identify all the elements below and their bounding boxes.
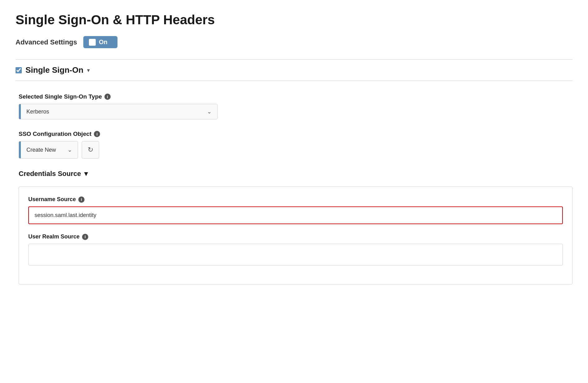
sso-config-refresh-button[interactable]: ↻	[82, 141, 99, 159]
username-source-input[interactable]	[28, 206, 563, 224]
sso-type-info-icon[interactable]: i	[104, 94, 111, 100]
sso-type-chevron-icon: ⌄	[201, 104, 217, 119]
sso-type-select-wrapper: Kerberos ⌄	[19, 104, 218, 119]
user-realm-source-input[interactable]	[28, 244, 563, 265]
sso-config-chevron-icon: ⌄	[62, 141, 78, 158]
credentials-group: Credentials Source ▾ Username Source i U…	[19, 170, 572, 284]
username-source-group: Username Source i	[28, 196, 563, 224]
credentials-section-box: Username Source i User Realm Source i	[19, 187, 572, 284]
username-source-label: Username Source i	[28, 196, 563, 203]
user-realm-source-group: User Realm Source i	[28, 233, 563, 265]
user-realm-source-info-icon[interactable]: i	[82, 234, 88, 240]
sso-type-group: Selected Single Sign-On Type i Kerberos …	[19, 93, 572, 119]
sso-config-select[interactable]: Create New	[21, 141, 62, 158]
credentials-chevron-icon[interactable]: ▾	[84, 170, 88, 178]
sso-type-label: Selected Single Sign-On Type i	[19, 93, 572, 100]
sso-section-header: Single Sign-On ▾	[16, 59, 572, 81]
credentials-title: Credentials Source	[19, 170, 81, 178]
sso-section-checkbox[interactable]	[16, 67, 22, 73]
advanced-settings-row: Advanced Settings On	[16, 36, 572, 48]
sso-type-select[interactable]: Kerberos	[21, 104, 201, 119]
sso-config-group: SSO Configuration Object i Create New ⌄ …	[19, 131, 572, 159]
sso-section-chevron-icon[interactable]: ▾	[87, 67, 90, 74]
sso-config-select-wrapper: Create New ⌄	[19, 141, 78, 159]
user-realm-source-label: User Realm Source i	[28, 233, 563, 240]
sso-config-label-text: SSO Configuration Object	[19, 131, 91, 137]
sso-section-title: Single Sign-On	[25, 65, 83, 75]
toggle-label: On	[99, 39, 108, 46]
username-source-label-text: Username Source	[28, 196, 76, 203]
username-source-info-icon[interactable]: i	[78, 196, 85, 203]
sso-config-info-icon[interactable]: i	[94, 131, 100, 137]
toggle-knob	[89, 39, 96, 46]
advanced-settings-toggle[interactable]: On	[83, 36, 117, 48]
sso-config-row: Create New ⌄ ↻	[19, 141, 572, 159]
sso-type-label-text: Selected Single Sign-On Type	[19, 93, 102, 100]
credentials-header: Credentials Source ▾	[19, 170, 572, 178]
advanced-settings-label: Advanced Settings	[16, 38, 77, 46]
sso-config-label: SSO Configuration Object i	[19, 131, 572, 137]
user-realm-source-label-text: User Realm Source	[28, 233, 80, 240]
page-title: Single Sign-On & HTTP Headers	[16, 12, 572, 27]
